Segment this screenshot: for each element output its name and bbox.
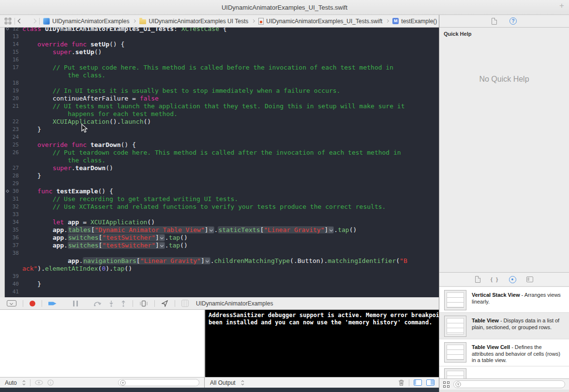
- line-gutter[interactable]: 12: [5, 28, 22, 33]
- recorded-token[interactable]: navigationBars["Linear Gravity"]: [83, 257, 210, 264]
- navigator-edge-strip[interactable]: [0, 28, 5, 297]
- library-filter-field[interactable]: [453, 380, 565, 388]
- breadcrumb-item[interactable]: UIDynamicAnimatorExamples: [43, 18, 129, 25]
- breadcrumb-item[interactable]: UIDynamicAnimatorExamples_UI_Tests.swift: [258, 18, 382, 25]
- source-editor[interactable]: 12class UIDynamicAnimatorExamples_UI_Tes…: [5, 28, 439, 297]
- line-gutter[interactable]: 17: [5, 64, 22, 72]
- breadcrumb-item[interactable]: UIDynamicAnimatorExamples UI Tests: [139, 18, 248, 25]
- step-into-icon[interactable]: [108, 300, 114, 307]
- line-gutter[interactable]: 37: [5, 242, 22, 249]
- code-line[interactable]: 14 override func setUp() {: [5, 41, 439, 48]
- new-tab-button[interactable]: +: [559, 1, 564, 11]
- code-line[interactable]: the class.: [5, 157, 439, 164]
- line-gutter[interactable]: 20: [5, 95, 22, 102]
- line-gutter[interactable]: [5, 265, 22, 273]
- code-line[interactable]: 39: [5, 273, 439, 280]
- code-line[interactable]: 26 // Put teardown code here. This metho…: [5, 149, 439, 157]
- code-line[interactable]: ack").elementAtIndex(0).tap(): [5, 265, 439, 273]
- library-grid-view-icon[interactable]: [443, 381, 449, 388]
- line-gutter[interactable]: 34: [5, 218, 22, 226]
- back-button[interactable]: [18, 19, 23, 24]
- line-gutter[interactable]: 23: [5, 126, 22, 133]
- library-item[interactable]: Vertical Stack View - Arranges views lin…: [439, 287, 569, 313]
- code-line[interactable]: 15 super.setUp(): [5, 48, 439, 56]
- step-out-icon[interactable]: [120, 300, 126, 307]
- continue-icon[interactable]: [48, 301, 58, 306]
- code-line[interactable]: 28 }: [5, 172, 439, 180]
- line-gutter[interactable]: 40: [5, 280, 22, 288]
- line-gutter[interactable]: [5, 72, 22, 79]
- variables-filter-field[interactable]: [118, 379, 199, 386]
- code-line[interactable]: 38: [5, 249, 439, 257]
- code-line[interactable]: 13: [5, 33, 439, 41]
- breadcrumb-item[interactable]: MtestExample(): [392, 18, 437, 25]
- quick-help-inspector-icon[interactable]: ?: [509, 17, 517, 25]
- line-gutter[interactable]: 39: [5, 273, 22, 280]
- line-gutter[interactable]: 22: [5, 118, 22, 126]
- chevron-down-icon[interactable]: [205, 258, 210, 264]
- file-inspector-icon[interactable]: [492, 18, 497, 25]
- line-gutter[interactable]: 36: [5, 234, 22, 242]
- line-gutter[interactable]: 33: [5, 211, 22, 218]
- recorded-token[interactable]: staticTexts["Linear Gravity"]: [218, 226, 334, 233]
- line-gutter[interactable]: 35: [5, 226, 22, 234]
- debug-view-hierarchy-icon[interactable]: [139, 300, 148, 307]
- test-indicator-icon[interactable]: [6, 189, 9, 193]
- code-line[interactable]: the class.: [5, 72, 439, 79]
- pane-divider[interactable]: [439, 15, 439, 392]
- code-line[interactable]: 18: [5, 79, 439, 87]
- file-template-library-icon[interactable]: [475, 276, 480, 283]
- code-line[interactable]: 34 let app = XCUIApplication(): [5, 218, 439, 226]
- output-popup[interactable]: All Output: [210, 379, 236, 386]
- code-line[interactable]: 29: [5, 180, 439, 188]
- recorded-token[interactable]: switches["testSwitcher"]: [68, 234, 165, 241]
- line-gutter[interactable]: 19: [5, 87, 22, 95]
- line-gutter[interactable]: 38: [5, 249, 22, 257]
- console-output[interactable]: AddressSanitizer debugger support is act…: [205, 310, 439, 377]
- line-gutter[interactable]: 15: [5, 48, 22, 56]
- code-line[interactable]: 30 func testExample() {: [5, 188, 439, 195]
- related-items-icon[interactable]: [5, 18, 11, 24]
- chevron-down-icon[interactable]: [160, 243, 165, 248]
- code-line[interactable]: 12class UIDynamicAnimatorExamples_UI_Tes…: [5, 28, 439, 33]
- chevron-down-icon[interactable]: [329, 227, 333, 233]
- test-indicator-icon[interactable]: [6, 28, 9, 30]
- line-gutter[interactable]: 14: [5, 41, 22, 48]
- line-gutter[interactable]: 26: [5, 149, 22, 157]
- popup-updown-icon[interactable]: [22, 380, 26, 386]
- code-line[interactable]: 22 XCUIApplication().launch(): [5, 118, 439, 126]
- variables-view[interactable]: [0, 310, 205, 377]
- code-snippet-library-icon[interactable]: { }: [491, 276, 499, 282]
- chevron-down-icon[interactable]: [160, 235, 165, 241]
- object-library-icon[interactable]: [509, 276, 516, 283]
- code-line[interactable]: 32 // Use XCTAssert and related function…: [5, 203, 439, 211]
- pause-icon[interactable]: [73, 301, 78, 306]
- code-line[interactable]: 33: [5, 211, 439, 218]
- code-line[interactable]: 31 // Use recording to get started writi…: [5, 195, 439, 203]
- code-line[interactable]: 37 app.switches["testSwitcher"].tap(): [5, 242, 439, 249]
- code-line[interactable]: 25 override func tearDown() {: [5, 141, 439, 149]
- code-line[interactable]: 40 }: [5, 280, 439, 288]
- code-line[interactable]: app.navigationBars["Linear Gravity"].chi…: [5, 257, 439, 265]
- code-line[interactable]: 27 super.tearDown(): [5, 164, 439, 172]
- code-line[interactable]: 19 // In UI tests it is usually best to …: [5, 87, 439, 95]
- line-gutter[interactable]: 32: [5, 203, 22, 211]
- code-line[interactable]: 41: [5, 288, 439, 296]
- line-gutter[interactable]: 21: [5, 102, 22, 110]
- popup-updown-icon[interactable]: [241, 380, 244, 386]
- trash-icon[interactable]: [398, 379, 404, 386]
- line-gutter[interactable]: 30: [5, 188, 22, 195]
- line-gutter[interactable]: 29: [5, 180, 22, 188]
- code-line[interactable]: 21 // UI tests must launch the applicati…: [5, 102, 439, 110]
- simulate-location-icon[interactable]: [161, 300, 168, 307]
- step-over-icon[interactable]: [93, 300, 102, 306]
- line-gutter[interactable]: 27: [5, 164, 22, 172]
- code-line[interactable]: happens for each test method.: [5, 110, 439, 118]
- code-line[interactable]: 17 // Put setup code here. This method i…: [5, 64, 439, 72]
- code-line[interactable]: 20 continueAfterFailure = false: [5, 95, 439, 102]
- recorded-token[interactable]: switches["testSwitcher"]: [68, 242, 165, 249]
- code-line[interactable]: 23 }: [5, 126, 439, 133]
- info-icon[interactable]: [47, 379, 54, 386]
- line-gutter[interactable]: 31: [5, 195, 22, 203]
- code-line[interactable]: 35 app.tables["Dynamic Animator Table Vi…: [5, 226, 439, 234]
